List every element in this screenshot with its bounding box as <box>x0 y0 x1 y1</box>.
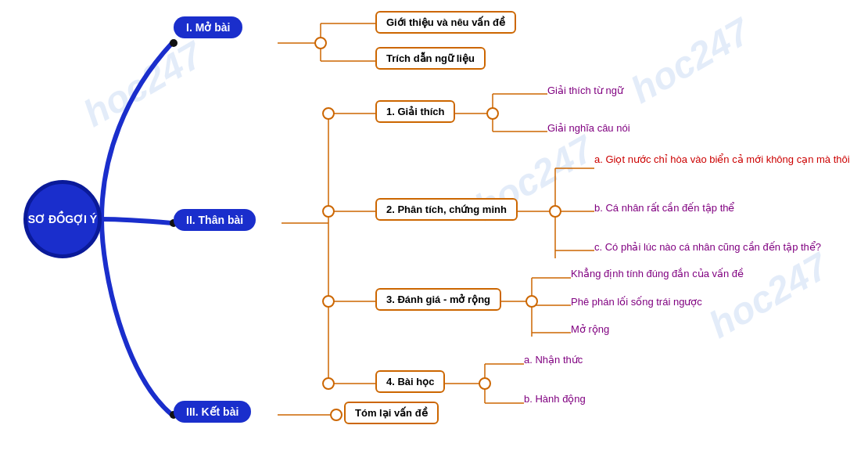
svg-point-34 <box>487 108 498 119</box>
svg-point-41 <box>323 296 334 307</box>
svg-point-37 <box>479 378 490 389</box>
sub-box-bai-hoc: 4. Bài học <box>375 370 445 393</box>
svg-point-39 <box>323 108 334 119</box>
sub-box-phan-tich: 2. Phân tích, chứng minh <box>375 198 518 221</box>
svg-point-30 <box>170 39 178 47</box>
sub-box-giai-thich: 1. Giải thích <box>375 100 455 123</box>
sub-box-danh-gia: 3. Đánh giá - mở rộng <box>375 288 501 311</box>
leaf-hanh-dong: b. Hành động <box>524 393 586 405</box>
sub-box-gioi-thieu: Giới thiệu và nêu vấn đề <box>375 11 516 34</box>
svg-point-33 <box>315 38 326 49</box>
svg-point-40 <box>323 206 334 217</box>
svg-point-38 <box>331 409 342 420</box>
center-line1: SƠ ĐỒ <box>28 212 65 226</box>
leaf-phe-phan: Phê phán lối sống trái ngược <box>571 296 702 308</box>
leaf-mo-rong: Mở rộng <box>571 323 609 335</box>
center-node: SƠ ĐỒ GỢI Ý <box>23 180 102 258</box>
leaf-giai-nghia: Giải nghĩa câu nói <box>547 122 630 134</box>
branch-mo-bai: I. Mở bài <box>174 16 242 38</box>
svg-point-36 <box>526 296 537 307</box>
leaf-giot-nuoc: a. Giọt nước chỉ hòa vào biển cả mới khô… <box>594 153 850 167</box>
leaf-ca-nhan-tap-the: b. Cá nhân rất cần đến tập thể <box>594 202 734 214</box>
svg-point-35 <box>550 206 561 217</box>
branch-than-bai: II. Thân bài <box>174 209 256 231</box>
leaf-khang-dinh: Khẳng định tính đúng đắn của vấn đề <box>571 268 744 279</box>
leaf-giai-thich-tu-ngu: Giải thích từ ngữ <box>547 85 623 96</box>
branch-ket-bai: III. Kết bài <box>174 401 251 423</box>
svg-point-42 <box>323 378 334 389</box>
leaf-co-phai: c. Có phải lúc nào cá nhân cũng cần đến … <box>594 241 821 253</box>
sub-box-tom-lai: Tóm lại vấn đề <box>344 402 439 424</box>
center-line2: GỢI Ý <box>65 212 97 226</box>
sub-box-trich-dan: Trích dẫn ngữ liệu <box>375 47 486 70</box>
leaf-nhan-thuc: a. Nhận thức <box>524 354 583 366</box>
